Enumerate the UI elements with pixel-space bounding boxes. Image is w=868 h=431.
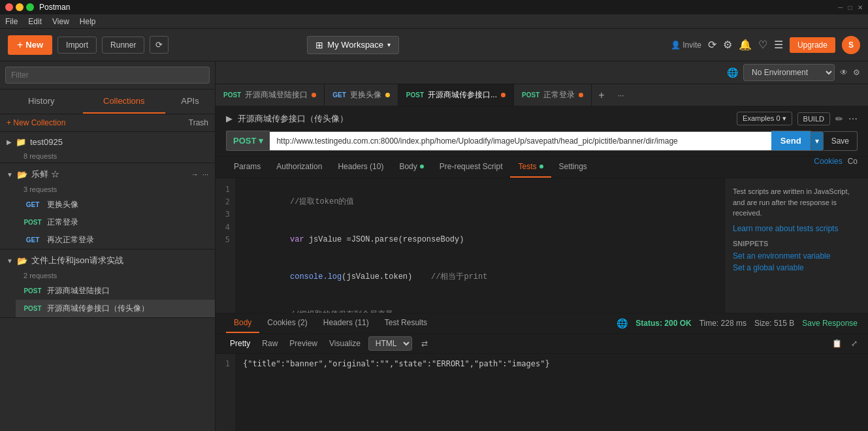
more-tabs-button[interactable]: ··· — [611, 91, 631, 100]
format-raw-button[interactable]: Raw — [258, 338, 281, 349]
build-button[interactable]: BUILD — [797, 112, 830, 125]
profile-icon[interactable]: ☰ — [774, 39, 783, 51]
list-item[interactable]: GET 再次正常登录 — [16, 231, 215, 249]
resp-tab-headers[interactable]: Headers (11) — [315, 313, 377, 333]
send-dropdown-button[interactable]: ▾ — [811, 131, 824, 151]
tab-settings[interactable]: Settings — [551, 157, 595, 178]
snippets-panel: Test scripts are written in JavaScript, … — [724, 178, 868, 313]
list-item[interactable]: POST 开源商城登陆接口 — [16, 282, 215, 300]
close-btn[interactable] — [5, 3, 13, 11]
new-button[interactable]: + New — [8, 35, 52, 55]
new-collection-button[interactable]: + New Collection — [7, 118, 65, 127]
settings-icon[interactable]: ⚙ — [723, 39, 732, 51]
request-title-right: Examples 0 ▾ BUILD ✏ ⋯ — [737, 112, 858, 125]
menu-view[interactable]: View — [52, 17, 69, 26]
sync-button[interactable]: ⟳ — [150, 36, 169, 54]
arrow-icon[interactable]: → — [191, 170, 199, 178]
examples-button[interactable]: Examples 0 ▾ — [737, 112, 792, 125]
tests-dot — [539, 165, 543, 168]
min-btn[interactable] — [16, 3, 24, 11]
invite-button[interactable]: 👤 Invite — [671, 40, 701, 50]
collection-header-lexian[interactable]: ▼ 📂 乐鲜 ☆ → ··· — [0, 163, 215, 185]
menu-edit[interactable]: Edit — [28, 17, 42, 26]
tab-tests[interactable]: Tests — [510, 157, 551, 178]
tab-authorization[interactable]: Authorization — [268, 157, 330, 178]
send-button[interactable]: Send — [771, 131, 811, 151]
trash-button[interactable]: Trash — [189, 118, 208, 127]
tab-dot — [501, 93, 506, 97]
tab-pre-request[interactable]: Pre-request Script — [432, 157, 511, 178]
save-button[interactable]: Save — [824, 131, 858, 151]
request-tab-0[interactable]: POST 开源商城登陆接口 — [216, 84, 325, 106]
method-badge: POST — [22, 305, 43, 312]
format-icon[interactable]: ⇄ — [421, 339, 428, 348]
tab-collections[interactable]: Collections — [83, 89, 166, 114]
upgrade-button[interactable]: Upgrade — [790, 37, 835, 53]
list-item[interactable]: POST 正常登录 — [16, 214, 215, 231]
cookies-link[interactable]: Cookies — [814, 157, 842, 178]
max-btn[interactable] — [26, 3, 34, 11]
tab-body[interactable]: Body — [391, 157, 431, 178]
method-badge: GET — [22, 201, 43, 208]
chevron-icon: ▶ — [7, 138, 12, 146]
more-icon[interactable]: ⋯ — [848, 114, 858, 124]
tab-params[interactable]: Params — [226, 157, 268, 178]
collection-upload: ▼ 📂 文件上传和json请求实战 2 requests POST 开源商城登陆… — [0, 249, 215, 318]
workspace-selector[interactable]: ⊞ My Workspace ▾ — [307, 36, 399, 54]
tab-apis[interactable]: APIs — [165, 89, 215, 114]
list-item[interactable]: GET 更换头像 — [16, 196, 215, 214]
format-visualize-button[interactable]: Visualize — [325, 338, 364, 349]
request-sub-tabs: Params Authorization Headers (10) Body P… — [216, 157, 868, 178]
tab-name: 更换头像 — [350, 89, 381, 101]
method-select[interactable]: POST ▾ — [226, 131, 270, 151]
format-type-select[interactable]: HTML — [368, 336, 412, 351]
code-icon[interactable]: Co — [848, 157, 858, 178]
request-tab-2[interactable]: POST 开源商城传参接口... — [398, 84, 514, 106]
chevron-icon: ▼ — [7, 257, 13, 264]
menu-file[interactable]: File — [5, 17, 18, 26]
request-panel: ▶ 开源商城传参接口（传头像） Examples 0 ▾ BUILD ✏ ⋯ P… — [216, 106, 868, 157]
more-icon[interactable]: ··· — [202, 170, 208, 178]
heart-icon[interactable]: ♡ — [758, 39, 767, 51]
method-label: POST — [223, 91, 241, 99]
search-input[interactable] — [5, 67, 210, 84]
tab-history[interactable]: History — [0, 89, 83, 114]
response-time: Time: 228 ms — [699, 319, 747, 328]
collection-name: test0925 — [30, 137, 63, 147]
notification-icon[interactable]: 🔔 — [739, 39, 752, 51]
runner-button[interactable]: Runner — [102, 37, 144, 54]
list-item[interactable]: POST 开源商城传参接口（传头像） — [16, 300, 215, 317]
collection-name: 乐鲜 ☆ — [31, 168, 59, 180]
resp-tab-body[interactable]: Body — [226, 313, 259, 333]
expand-icon[interactable]: ⤢ — [851, 339, 858, 348]
env-select[interactable]: No Environment — [743, 64, 835, 81]
resp-tab-cookies[interactable]: Cookies (2) — [259, 313, 315, 333]
collection-header-upload[interactable]: ▼ 📂 文件上传和json请求实战 — [0, 249, 215, 272]
env-bar: 🌐 No Environment 👁 ⚙ — [216, 61, 868, 84]
format-pretty-button[interactable]: Pretty — [226, 338, 254, 349]
edit-icon[interactable]: ✏ — [835, 114, 843, 124]
globe-icon[interactable]: 🌐 — [617, 318, 628, 328]
tab-headers[interactable]: Headers (10) — [330, 157, 391, 178]
globe-icon[interactable]: 🌐 — [727, 67, 738, 78]
sync-icon[interactable]: ⟳ — [708, 39, 716, 51]
url-input[interactable] — [270, 131, 771, 151]
eye-icon[interactable]: 👁 — [840, 68, 848, 77]
settings-icon[interactable]: ⚙ — [853, 68, 860, 77]
request-tab-3[interactable]: POST 正常登录 — [514, 84, 592, 106]
copy-icon[interactable]: 📋 — [832, 339, 842, 348]
import-button[interactable]: Import — [57, 37, 97, 54]
avatar[interactable]: S — [842, 36, 860, 54]
resp-tab-test-results[interactable]: Test Results — [377, 313, 435, 333]
sidebar-list: ▶ 📁 test0925 8 requests ▼ 📂 乐鲜 ☆ → ··· — [0, 132, 215, 431]
code-content[interactable]: //提取token的值 var jsValue =JSON.parse(resp… — [235, 178, 724, 313]
request-tab-1[interactable]: GET 更换头像 — [325, 84, 398, 106]
menu-help[interactable]: Help — [80, 17, 96, 26]
learn-more-link[interactable]: Learn more about tests scripts — [733, 224, 838, 233]
format-preview-button[interactable]: Preview — [285, 338, 321, 349]
snippet-env-var[interactable]: Set an environment variable — [733, 250, 860, 262]
collection-header-test0925[interactable]: ▶ 📁 test0925 — [0, 132, 215, 152]
snippet-global-var[interactable]: Set a global variable — [733, 262, 860, 274]
add-tab-button[interactable]: + — [592, 89, 611, 101]
save-response-button[interactable]: Save Response — [802, 319, 858, 328]
